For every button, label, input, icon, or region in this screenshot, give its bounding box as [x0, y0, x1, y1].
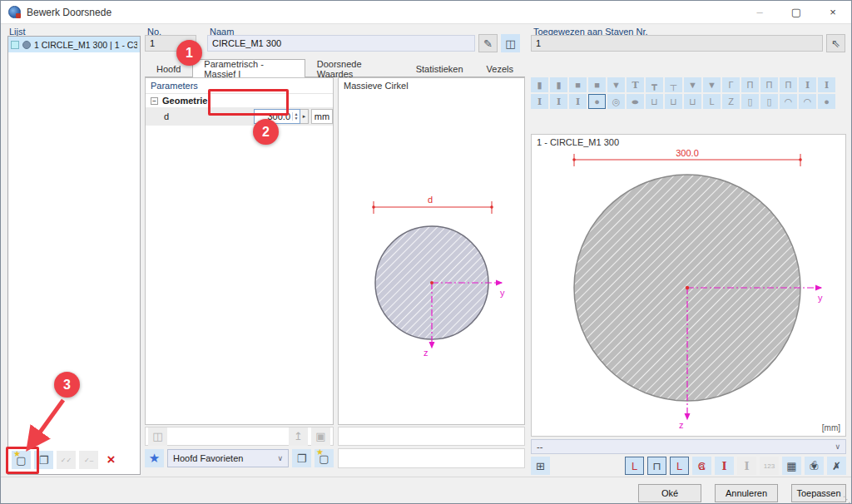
- z-section-icon[interactable]: Z: [722, 94, 740, 109]
- annotation-arrow: [17, 367, 92, 458]
- circle-solid-glyph: ●: [594, 97, 600, 106]
- tab-statistieken[interactable]: Statistieken: [404, 59, 475, 77]
- tee-thick-glyph: ┬: [671, 81, 677, 90]
- box-hollow-2-icon[interactable]: ▯: [760, 94, 778, 109]
- open-favorite-button[interactable]: ❐: [292, 449, 311, 467]
- i-beam-icon[interactable]: I: [799, 77, 816, 92]
- main-dim-label: 300.0: [676, 148, 699, 158]
- resize-grip[interactable]: ⋱: [843, 495, 851, 504]
- outline-view-icon: L: [632, 460, 637, 472]
- tee-wide-icon[interactable]: ┳: [646, 77, 663, 92]
- select-members-button[interactable]: ⇖: [826, 34, 845, 52]
- grid-view-button[interactable]: ▦: [782, 457, 801, 475]
- rect-rounded-icon[interactable]: ▮: [550, 77, 567, 92]
- apply-button[interactable]: Toepassen: [791, 484, 846, 502]
- half-circle-icon[interactable]: ◠: [780, 94, 797, 109]
- circle-2-icon[interactable]: ●: [818, 94, 835, 109]
- section-combo[interactable]: -- ∨: [531, 439, 846, 454]
- edit-name-button[interactable]: ✎: [478, 34, 498, 52]
- window-title: Bewerk Doorsnede: [27, 7, 111, 18]
- ibeam-red-button[interactable]: I: [715, 457, 734, 475]
- cancel-button[interactable]: Annuleren: [715, 484, 778, 502]
- arc-icon[interactable]: ◠: [799, 94, 816, 109]
- square-solid-glyph: ■: [575, 81, 581, 90]
- i-beam-4-icon[interactable]: I: [569, 94, 587, 109]
- z-section-glyph: Z: [728, 97, 734, 106]
- ring-icon[interactable]: ◎: [607, 94, 625, 109]
- circle-2-glyph: ●: [824, 97, 830, 106]
- delete-section-button[interactable]: ×: [102, 451, 121, 469]
- tab-parametrisch-massief[interactable]: Parametrisch - Massief I: [192, 59, 305, 77]
- delete-section-icon: ×: [107, 452, 116, 468]
- double-tee-2-icon[interactable]: Π: [760, 77, 778, 92]
- main-axis-z-label: z: [679, 420, 684, 430]
- wedge-icon[interactable]: ▼: [607, 77, 625, 92]
- tee-tapered-icon[interactable]: ▼: [684, 77, 701, 92]
- outline-view-button[interactable]: L: [625, 457, 644, 475]
- picture-export-button[interactable]: ⊞: [531, 457, 550, 475]
- new-favorite-button[interactable]: ▢★: [315, 449, 334, 467]
- no-value: 1: [150, 38, 155, 48]
- channel-3-icon[interactable]: ⊔: [684, 94, 701, 109]
- formula-popup-icon[interactable]: ▸: [300, 109, 309, 124]
- labels-view-button[interactable]: Ca: [692, 457, 711, 475]
- minimize-icon: –: [741, 1, 778, 23]
- square-rounded-glyph: ■: [594, 81, 600, 90]
- tab-doorsnede-waardes[interactable]: Doorsnede Waardes: [305, 59, 404, 77]
- tee-icon[interactable]: T: [627, 77, 644, 92]
- tab-vezels[interactable]: Vezels: [475, 59, 525, 77]
- favorites-row: ★ Hoofd Favorieten ∨ ❐▢★: [145, 448, 334, 468]
- double-tee-3-icon[interactable]: Π: [780, 77, 797, 92]
- dimension-lines-button[interactable]: ⊓: [647, 457, 666, 475]
- rect-solid-icon[interactable]: ▮: [531, 77, 548, 92]
- ring-glyph: ◎: [612, 97, 621, 106]
- angle-corner-icon[interactable]: Γ: [722, 77, 740, 92]
- double-tee-icon[interactable]: Π: [741, 77, 759, 92]
- spinner-arrows[interactable]: ▲ ▼: [292, 112, 300, 121]
- ok-button[interactable]: Oké: [638, 484, 701, 502]
- channel-wide-icon[interactable]: ⊔: [665, 94, 682, 109]
- main-preview-title: 1 - CIRCLE_M1 300: [537, 137, 619, 147]
- circle-solid-icon[interactable]: ●: [588, 94, 606, 109]
- maximize-icon[interactable]: ▢: [778, 1, 815, 23]
- zoom-reset-badge-icon: ✗: [832, 460, 841, 472]
- favorites-star-button[interactable]: ★: [145, 449, 164, 467]
- diameter-param-label: d: [164, 111, 169, 121]
- axes-view-button[interactable]: L: [670, 457, 689, 475]
- tee-thick-icon[interactable]: ┬: [665, 77, 682, 92]
- double-tee-glyph: Π: [747, 81, 754, 90]
- mid-preview-panel: Massieve Cirkel d y z: [338, 77, 525, 425]
- chevron-down-icon: ∨: [835, 442, 840, 451]
- open-favorite-icon: ❐: [297, 452, 307, 465]
- chevron-down-icon: ∨: [277, 454, 283, 462]
- channel-wide-glyph: ⊔: [670, 97, 677, 106]
- i-beam-2-glyph: I: [537, 97, 542, 106]
- zoom-reset-button[interactable]: ⌕✗: [827, 457, 846, 475]
- i-beam-3-icon[interactable]: I: [550, 94, 567, 109]
- read-book-icon: ◫: [152, 430, 162, 442]
- close-icon[interactable]: ×: [815, 1, 851, 23]
- read-book-button: ◫: [148, 427, 167, 446]
- channel-icon[interactable]: ⊔: [646, 94, 663, 109]
- spin-down-icon[interactable]: ▼: [293, 116, 300, 121]
- print-button[interactable]: ⎙▾: [805, 457, 824, 475]
- annotation-step-1: 1: [176, 40, 202, 66]
- name-field[interactable]: CIRCLE_M1 300: [207, 35, 475, 52]
- geometry-group-label: Geometrie: [162, 96, 207, 106]
- assigned-members-field[interactable]: 1: [531, 35, 823, 52]
- i-beam-2-icon[interactable]: I: [531, 94, 548, 109]
- collapse-icon[interactable]: −: [151, 97, 158, 105]
- params-strip-right: ↥▣: [289, 427, 330, 446]
- i-beam-narrow-icon[interactable]: I: [818, 77, 835, 92]
- angle-l-icon[interactable]: L: [703, 94, 721, 109]
- ellipse-icon[interactable]: ●: [627, 94, 644, 109]
- list-item[interactable]: 1 CIRCLE_M1 300 | 1 - C30/37: [8, 37, 140, 52]
- square-rounded-icon[interactable]: ■: [588, 77, 606, 92]
- favorites-select[interactable]: Hoofd Favorieten ∨: [167, 449, 289, 467]
- double-tee-2-glyph: Π: [766, 81, 773, 90]
- library-book-button[interactable]: ◫: [501, 34, 520, 52]
- square-solid-icon[interactable]: ■: [569, 77, 587, 92]
- box-hollow-icon[interactable]: ▯: [741, 94, 759, 109]
- tee-tapered-wide-icon[interactable]: ▼: [703, 77, 721, 92]
- unit-label: mm: [311, 109, 333, 124]
